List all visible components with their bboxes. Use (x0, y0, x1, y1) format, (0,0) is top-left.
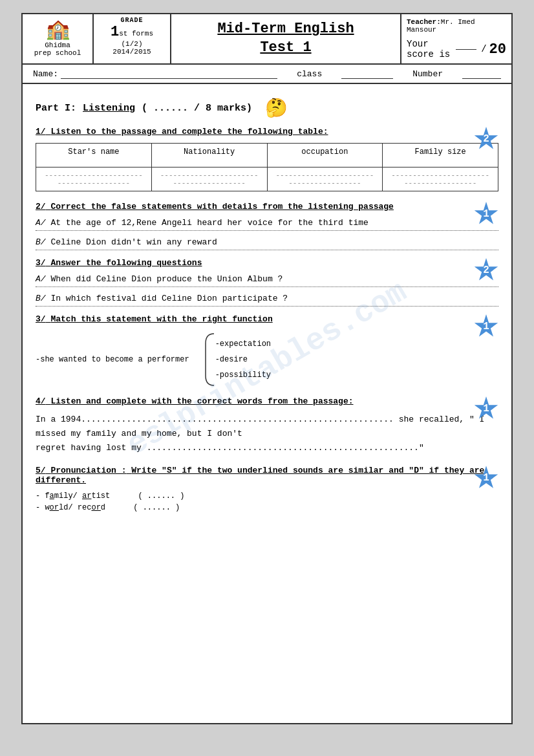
listening-table: Star's name Nationality occupation Famil… (36, 143, 498, 191)
section2: 1 2/ Correct the false statements with d… (36, 202, 498, 250)
section1: 2 1/ Listen to the passage and complete … (36, 127, 498, 191)
section1-title: 1/ Listen to the passage and complete th… (36, 127, 498, 136)
s3-q1: A/ When did Celine Dion produce the Unio… (36, 274, 498, 284)
content: Part I: Listening ( ...... / 8 marks) 🤔 … (23, 84, 511, 526)
grade-fraction: (1/2) (98, 40, 166, 48)
school-type: prep school (34, 49, 81, 57)
number-label: Number (412, 69, 443, 79)
section6: 1 5/ Pronunciation : Write "S" if the tw… (36, 466, 498, 512)
score-info: Your score is / 20 (407, 39, 506, 59)
section5-text: In a 1994...............................… (36, 413, 498, 455)
class-label: class (297, 69, 322, 79)
cell-family-size: ---------------------------------------- (383, 167, 498, 191)
name-label: Name: (33, 69, 58, 79)
table-data-row: ----------------------------------------… (36, 167, 498, 191)
pronun-item-1: - family/ artist ( ...... ) (36, 491, 498, 501)
school-icon: 🏫 (46, 21, 70, 40)
name-underline (61, 69, 277, 79)
part1-marks: ( ...... / 8 marks) (142, 103, 252, 114)
section2-title: 2/ Correct the false statements with det… (36, 202, 498, 211)
number-underline (462, 69, 501, 79)
teacher-info: Teacher:Mr. Imed Mansour (407, 18, 506, 34)
col-nationality: Nationality (152, 144, 268, 167)
pronun-item-2: - world/ record ( ...... ) (36, 503, 498, 512)
s2-dotline2 (36, 250, 498, 250)
match-option-3: -possibility (215, 371, 271, 380)
header: 🏫 Ghidma prep school GRADE 1 st forms (1… (23, 14, 511, 65)
section3-title: 3/ Answer the following questions (36, 258, 498, 268)
grade-number: 1 (111, 24, 119, 40)
s3-dotline1 (36, 286, 498, 287)
section5: 1 4/ Listen and complete with the correc… (36, 396, 498, 455)
s3-q2: B/ In which festival did Celine Dion par… (36, 294, 498, 303)
match-options: -expectation -desire -possibility (215, 340, 271, 380)
match-container: -she wanted to become a performer -expec… (36, 330, 498, 389)
section3: 2 3/ Answer the following questions A/ W… (36, 258, 498, 307)
grade-info: GRADE 1 st forms (1/2) 2014/2015 (94, 14, 171, 63)
name-field: Name: (33, 69, 277, 79)
col-occupation: occupation (268, 144, 383, 167)
class-underline (341, 69, 393, 79)
match-option-2: -desire (215, 355, 271, 364)
grade-sub: st forms (119, 30, 153, 38)
school-info: 🏫 Ghidma prep school (23, 14, 94, 63)
school-name: Ghidma (45, 41, 70, 49)
exam-title: Mid-Term English Test 1 (171, 14, 401, 63)
s3-dotline2 (36, 306, 498, 307)
col-stars-name: Star's name (36, 144, 152, 167)
cell-stars-name: ---------------------------------------- (36, 167, 152, 191)
cell-occupation: ---------------------------------------- (268, 167, 383, 191)
name-row: Name: class Number (23, 65, 511, 84)
part1-label: Part I: (36, 103, 76, 114)
match-option-1: -expectation (215, 340, 271, 349)
score-box: Teacher:Mr. Imed Mansour Your score is /… (401, 14, 511, 63)
match-bracket-svg (202, 330, 215, 389)
section5-title: 4/ Listen and complete with the correct … (36, 396, 498, 406)
score-blank (456, 49, 476, 50)
s2-dotline1 (36, 230, 498, 231)
part1-header: Part I: Listening ( ...... / 8 marks) 🤔 (36, 97, 498, 119)
table-header-row: Star's name Nationality occupation Famil… (36, 144, 498, 167)
section4: 1 3/ Match this statement with the right… (36, 314, 498, 389)
part1-title: Listening (83, 103, 135, 114)
exam-page: eslprintables.com 🏫 Ghidma prep school G… (21, 13, 513, 724)
cell-nationality: ---------------------------------------- (152, 167, 268, 191)
score-total: 20 (489, 41, 506, 58)
section6-title: 5/ Pronunciation : Write "S" if the two … (36, 466, 498, 485)
title-text: Mid-Term English Test 1 (217, 20, 354, 57)
section4-title: 3/ Match this statement with the right f… (36, 314, 498, 324)
grade-label: GRADE (98, 17, 166, 24)
match-left-text: -she wanted to become a performer (36, 355, 189, 364)
grade-year: 2014/2015 (98, 48, 166, 56)
smiley-icon: 🤔 (265, 97, 288, 119)
s2-q1: A/ At the age of 12,Rene Angeli heard he… (36, 218, 498, 228)
s2-q2: B/ Celine Dion didn't win any reward (36, 237, 498, 247)
